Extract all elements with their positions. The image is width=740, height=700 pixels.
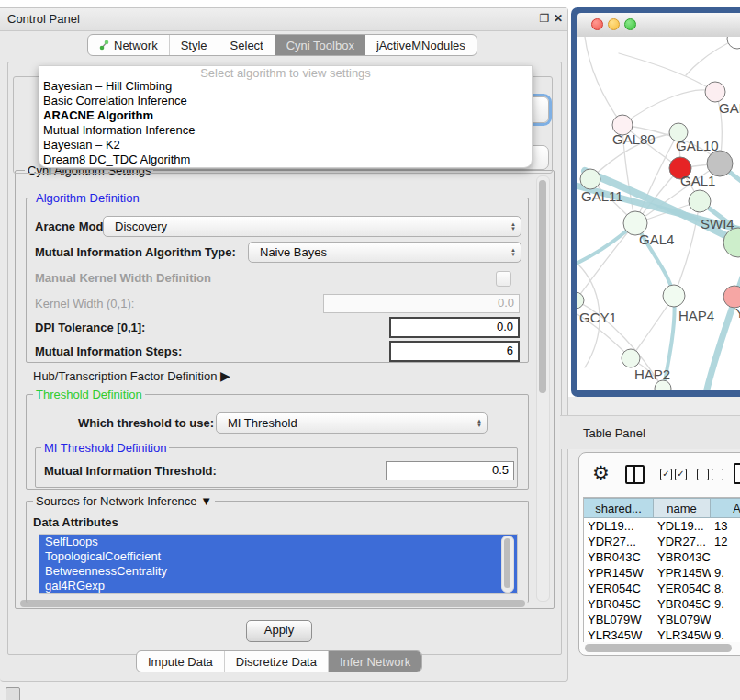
tab-cyni-toolbox[interactable]: Cyni Toolbox: [275, 35, 365, 55]
mi-algorithm-type-combobox[interactable]: Naive Bayes ▲▼: [248, 242, 521, 263]
table-cell[interactable]: YER054C: [654, 581, 711, 596]
table-cell[interactable]: YBL079W: [584, 612, 654, 627]
table-cell[interactable]: YBL079W: [654, 612, 711, 627]
bottom-tab-infer-network[interactable]: Infer Network: [329, 651, 421, 672]
table-cell[interactable]: 9.: [711, 596, 740, 612]
algorithm-option[interactable]: Mutual Information Inference: [39, 123, 532, 138]
algorithm-option[interactable]: Bayesian – K2: [39, 138, 532, 152]
table-cell[interactable]: 9.: [711, 627, 740, 642]
aracne-mode-combobox[interactable]: Discovery ▲▼: [103, 216, 521, 237]
table-row[interactable]: YER054CYER054C8.: [584, 581, 740, 596]
table-cell[interactable]: YDL19...: [654, 518, 711, 534]
algorithm-option[interactable]: Bayesian – Hill Climbing: [39, 79, 532, 94]
table-cell[interactable]: [711, 612, 740, 627]
tab-style[interactable]: Style: [170, 35, 219, 55]
algorithm-option[interactable]: Dream8 DC_TDC Algorithm: [39, 152, 532, 167]
algorithm-option[interactable]: Basic Correlation Inference: [39, 94, 532, 108]
threshold-definition-title: Threshold Definition: [33, 388, 145, 401]
table-row[interactable]: YBL079WYBL079W: [584, 612, 740, 627]
manual-kernel-width-checkbox[interactable]: [496, 271, 511, 287]
apply-button[interactable]: Apply: [246, 620, 312, 642]
mi-steps-field[interactable]: 6: [389, 341, 520, 362]
bottom-tab-impute-data[interactable]: Impute Data: [137, 651, 225, 672]
table-cell[interactable]: 8.: [711, 581, 740, 596]
table-row[interactable]: YDL19...YDL19...13: [584, 518, 740, 534]
network-icon: [99, 40, 110, 51]
gear-icon[interactable]: ⚙: [592, 462, 610, 484]
table-horizontal-scrollbar-thumb[interactable]: [585, 644, 732, 652]
network-node-hap2[interactable]: [622, 349, 640, 367]
kernel-width-field[interactable]: 0.0: [323, 294, 520, 313]
data-attribute-item[interactable]: BetweennessCentrality: [39, 564, 517, 579]
algorithm-option[interactable]: ARACNE Algorithm: [39, 108, 532, 123]
data-attribute-item[interactable]: TopologicalCoefficient: [39, 549, 517, 564]
tab-select[interactable]: Select: [219, 35, 275, 55]
bottom-tabbar: Impute DataDiscretize DataInfer Network: [136, 650, 422, 672]
column-header[interactable]: shared...: [584, 498, 654, 518]
table-cell[interactable]: YDL19...: [584, 518, 654, 534]
which-threshold-combobox[interactable]: MI Threshold ▲▼: [216, 412, 488, 434]
table-row[interactable]: YBR045CYBR045C9.: [584, 596, 740, 612]
algorithm-dropdown-popup: Select algorithm to view settings Bayesi…: [39, 65, 533, 168]
dpi-tolerance-field[interactable]: 0.0: [389, 317, 520, 338]
table-cell[interactable]: YDR27...: [654, 534, 711, 549]
table-cell[interactable]: 12: [711, 534, 740, 549]
table-cell[interactable]: 9.: [711, 565, 740, 581]
table-cell[interactable]: YBR043C: [654, 549, 711, 565]
float-window-icon[interactable]: ❐: [538, 12, 551, 25]
table-cell[interactable]: 13: [711, 518, 740, 534]
zoom-traffic-light-icon[interactable]: [624, 18, 636, 30]
table-row[interactable]: YDR27...YDR27...12: [584, 534, 740, 549]
minimize-traffic-light-icon[interactable]: [608, 18, 620, 30]
column-header[interactable]: name: [654, 498, 711, 518]
unchecked-box-icon[interactable]: [712, 469, 723, 480]
attributes-scrollbar[interactable]: [501, 536, 514, 593]
collapsed-panel-icon[interactable]: [6, 687, 20, 700]
network-node-gal1[interactable]: [689, 190, 711, 212]
table-cell[interactable]: YBR043C: [584, 549, 654, 565]
network-node-hap4[interactable]: [663, 285, 685, 307]
network-node-gal[interactable]: [705, 82, 725, 102]
tab-network[interactable]: Network: [88, 35, 170, 55]
data-attribute-item[interactable]: SelfLoops: [39, 535, 517, 549]
close-traffic-light-icon[interactable]: [591, 18, 603, 30]
kernel-width-label: Kernel Width (0,1):: [35, 297, 134, 310]
network-canvas[interactable]: GALGAL80GAL10GAL1SWI4GAL11GAL4GCY1HAP4YH…: [577, 37, 740, 390]
table-cell[interactable]: YBR045C: [654, 596, 711, 612]
table-cell[interactable]: YER054C: [584, 581, 654, 596]
mi-threshold-field[interactable]: 0.5: [386, 461, 514, 480]
table-cell[interactable]: YLR345W: [654, 627, 711, 642]
attributes-scrollbar-thumb[interactable]: [504, 538, 510, 588]
column-header[interactable]: A: [711, 498, 740, 518]
table-cell[interactable]: YLR345W: [584, 627, 654, 642]
node-table[interactable]: shared...nameAYDL19...YDL19...13YDR27...…: [583, 497, 740, 642]
split-columns-icon[interactable]: [625, 465, 645, 484]
data-attribute-item[interactable]: gal4RGexp: [39, 579, 517, 593]
network-node-gal11[interactable]: [580, 169, 600, 189]
document-icon[interactable]: [734, 463, 740, 484]
bottom-tab-discretize-data[interactable]: Discretize Data: [225, 651, 329, 672]
table-row[interactable]: YPR145WYPR145W9.: [584, 565, 740, 581]
network-node[interactable]: [727, 37, 740, 49]
table-row[interactable]: YBR043CYBR043C: [584, 549, 740, 565]
table-cell[interactable]: YBR045C: [584, 596, 654, 612]
unchecked-box-icon[interactable]: [697, 469, 709, 480]
hub-definition-toggle[interactable]: Hub/Transcription Factor Definition ▶: [33, 368, 230, 383]
chevron-down-icon[interactable]: ▼: [200, 494, 212, 508]
checked-box-icon[interactable]: ✓: [675, 469, 687, 480]
table-cell[interactable]: YPR145W: [584, 565, 654, 581]
table-horizontal-scrollbar[interactable]: [583, 643, 740, 653]
settings-vertical-scrollbar[interactable]: [536, 175, 550, 602]
which-threshold-label: Which threshold to use:: [78, 416, 214, 430]
settings-vertical-scrollbar-thumb[interactable]: [539, 180, 546, 393]
table-row[interactable]: YLR345WYLR345W9.: [584, 627, 740, 642]
checked-box-icon[interactable]: ✓: [660, 469, 672, 480]
table-cell[interactable]: YDR27...: [584, 534, 654, 549]
close-window-icon[interactable]: ✕: [552, 12, 565, 25]
tab-label: jActiveMNodules: [376, 39, 465, 52]
tab-jactivemnodules[interactable]: jActiveMNodules: [365, 35, 477, 55]
table-cell[interactable]: YPR145W: [654, 565, 711, 581]
network-node-label: GAL10: [676, 138, 719, 153]
table-cell[interactable]: [711, 549, 740, 565]
network-node-gcy1[interactable]: [577, 292, 584, 309]
